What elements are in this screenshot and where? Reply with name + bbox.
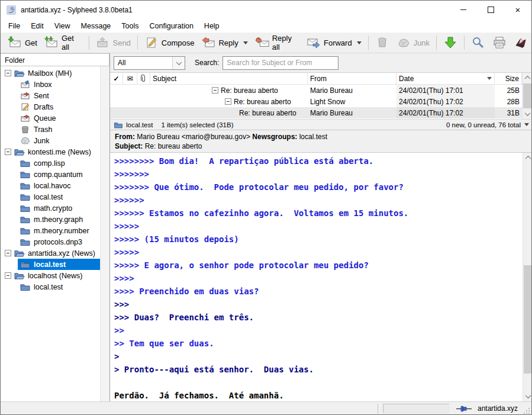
folder-item-label: Mailbox (MH) bbox=[28, 69, 72, 78]
folder-item-queue[interactable]: Queue bbox=[1, 112, 101, 124]
table-row[interactable]: Re: bureau abertoMario Bureau24/02/01(Th… bbox=[110, 85, 532, 96]
list-status-bar: local.test 1 item(s) selected (31B) 0 ne… bbox=[110, 119, 532, 130]
folder-icon bbox=[20, 159, 31, 168]
filter-dropdown-button[interactable] bbox=[172, 57, 185, 69]
folder-item-label: kontesti.me (News) bbox=[28, 148, 91, 156]
folder-item-comp.quantum[interactable]: comp.quantum bbox=[1, 169, 101, 180]
folder-item-junk[interactable]: Junk bbox=[1, 135, 101, 146]
reply-dropdown-icon[interactable] bbox=[243, 41, 248, 44]
folder-item-label: protocols.dnp3 bbox=[34, 238, 82, 246]
message-counts: 0 new, 0 unread, 76 total bbox=[446, 121, 521, 128]
menu-file[interactable]: File bbox=[3, 20, 25, 32]
folder-icon bbox=[20, 283, 31, 291]
table-row[interactable]: Re: bureau abertoMario Bureau24/02/01(Th… bbox=[110, 107, 532, 118]
menu-tools[interactable]: Tools bbox=[116, 20, 144, 32]
from-cell: Mario Bureau bbox=[308, 107, 396, 118]
collapse-expander-icon[interactable] bbox=[5, 149, 11, 155]
print-button[interactable] bbox=[489, 34, 510, 51]
collapse-expander-icon[interactable] bbox=[5, 250, 11, 256]
folder-icon bbox=[20, 170, 31, 179]
message-body-line: >>> Duas? Preenchi em três. bbox=[114, 311, 523, 324]
forward-dropdown-icon[interactable] bbox=[357, 41, 362, 44]
folder-item-local.havoc[interactable]: local.havoc bbox=[1, 180, 101, 191]
scroll-up-button[interactable] bbox=[523, 73, 532, 82]
thread-collapse-icon[interactable] bbox=[225, 98, 231, 105]
mime-column-header[interactable] bbox=[137, 73, 150, 84]
compose-button[interactable]: Compose bbox=[141, 34, 198, 51]
folder-item-m.theory.graph[interactable]: m.theory.graph bbox=[1, 214, 101, 225]
folder-icon bbox=[20, 238, 31, 246]
get-all-button[interactable]: Get all bbox=[41, 32, 86, 53]
folder-tree-scrollbar[interactable] bbox=[100, 66, 109, 401]
collapse-expander-icon[interactable] bbox=[5, 272, 11, 279]
compose-icon bbox=[144, 36, 159, 49]
folder-item-local.test[interactable]: local.test bbox=[1, 191, 101, 202]
maximize-button[interactable] bbox=[477, 1, 504, 19]
size-column-header[interactable]: Size bbox=[495, 73, 522, 84]
trash-icon bbox=[20, 126, 31, 134]
close-button[interactable]: × bbox=[504, 1, 531, 19]
scroll-down-button[interactable] bbox=[523, 110, 532, 118]
folder-item-protocols.dnp3[interactable]: protocols.dnp3 bbox=[1, 236, 101, 247]
folder-item-trash[interactable]: Trash bbox=[1, 124, 101, 135]
folder-pane-header[interactable]: Folder bbox=[1, 53, 109, 66]
collapse-expander-icon[interactable] bbox=[5, 70, 11, 76]
folder-item-comp.lisp[interactable]: comp.lisp bbox=[1, 157, 101, 169]
reply-all-button[interactable]: Reply all bbox=[252, 32, 303, 53]
unread-column-header[interactable]: ✉ bbox=[123, 73, 137, 84]
junk-button[interactable]: Junk bbox=[393, 34, 433, 51]
folder-item-inbox[interactable]: Inbox bbox=[1, 79, 101, 90]
newsgroups-value: local.test bbox=[299, 133, 327, 141]
checkmark-icon: ✓ bbox=[113, 75, 119, 83]
download-article-button[interactable] bbox=[440, 34, 461, 51]
search-button[interactable] bbox=[467, 34, 489, 51]
folder-item-local.test[interactable]: local.test bbox=[1, 259, 101, 270]
menu-edit[interactable]: Edit bbox=[25, 20, 49, 32]
resize-grip[interactable] bbox=[523, 407, 530, 414]
folder-item-m.theory.number[interactable]: m.theory.number bbox=[1, 225, 101, 236]
folder-item-local.test[interactable]: local.test bbox=[1, 281, 101, 292]
folder-item-math.crypto[interactable]: math.crypto bbox=[1, 202, 101, 214]
message-body-scrollbar[interactable] bbox=[523, 153, 532, 401]
menu-view[interactable]: View bbox=[49, 20, 76, 32]
message-body-line: >> Tem que ser duas. bbox=[114, 337, 523, 350]
list-options-dropdown-icon[interactable] bbox=[524, 123, 529, 126]
close-icon: × bbox=[515, 5, 521, 15]
menu-help[interactable]: Help bbox=[199, 20, 225, 32]
folder-item-localhost-news-[interactable]: localhost (News) bbox=[1, 270, 101, 281]
get-mail-icon bbox=[8, 36, 22, 49]
subject-column-header[interactable]: Subject bbox=[150, 73, 308, 84]
scrollbar-thumb[interactable] bbox=[523, 83, 532, 108]
get-button[interactable]: Get bbox=[4, 34, 41, 51]
reply-button[interactable]: Reply bbox=[198, 34, 251, 51]
execute-button[interactable] bbox=[510, 34, 531, 51]
folder-icon bbox=[114, 121, 123, 128]
folder-icon bbox=[20, 204, 31, 213]
forward-button[interactable]: Forward bbox=[303, 34, 365, 51]
menu-configuration[interactable]: Configuration bbox=[144, 20, 199, 32]
scroll-down-button[interactable] bbox=[523, 392, 532, 401]
message-list-scrollbar[interactable] bbox=[522, 73, 532, 119]
execute-origami-icon bbox=[514, 36, 528, 49]
filter-dropdown[interactable]: All bbox=[114, 56, 185, 70]
scroll-up-button[interactable] bbox=[523, 153, 532, 162]
folder-item-mailbox-mh-[interactable]: Mailbox (MH) bbox=[1, 67, 101, 79]
folder-item-kontesti.me-news-[interactable]: kontesti.me (News) bbox=[1, 146, 101, 157]
folder-item-sent[interactable]: Sent bbox=[1, 90, 101, 101]
delete-button[interactable] bbox=[372, 34, 393, 51]
send-button[interactable]: Send bbox=[92, 34, 134, 51]
flag-column-header[interactable]: ✓ bbox=[110, 73, 123, 84]
minimize-button[interactable] bbox=[450, 1, 477, 19]
folder-item-antartida.xyz-news-[interactable]: antartida.xyz (News) bbox=[1, 247, 101, 259]
search-input[interactable] bbox=[223, 56, 338, 70]
table-row[interactable]: Re: bureau abertoLight Snow24/02/01(Thu)… bbox=[110, 96, 532, 107]
send-mail-icon bbox=[95, 36, 109, 49]
thread-collapse-icon[interactable] bbox=[212, 87, 218, 94]
message-body-line: >>>> bbox=[114, 272, 523, 285]
date-column-header[interactable]: Date bbox=[396, 73, 495, 84]
from-column-header[interactable]: From bbox=[308, 73, 396, 84]
magnifier-icon bbox=[471, 36, 485, 49]
folder-item-drafts[interactable]: Drafts bbox=[1, 101, 101, 112]
scrollbar-thumb[interactable] bbox=[524, 265, 532, 374]
menu-message[interactable]: Message bbox=[76, 20, 117, 32]
